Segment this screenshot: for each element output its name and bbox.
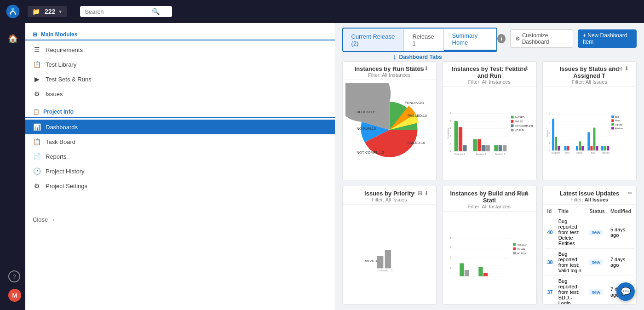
svg-text:2: 2 <box>548 142 550 144</box>
sidebar-item-requirements[interactable]: ☰ Requirements <box>25 42 335 57</box>
copy-icon-feature[interactable]: ⊞ <box>518 65 523 72</box>
svg-text:rejected: rejected <box>602 152 610 154</box>
search-input[interactable] <box>85 8 149 15</box>
svg-text:0: 0 <box>548 149 550 151</box>
svg-text:doni: doni <box>615 116 619 118</box>
card-header-feature: Instances by Test: Feature and Run Filte… <box>443 62 536 87</box>
card-filter-issues-priority: Filter: All Issues <box>364 197 414 202</box>
tab-summary-home[interactable]: Summary Home <box>444 29 497 51</box>
svg-rect-28 <box>499 145 502 151</box>
svg-rect-77 <box>611 123 614 126</box>
sidebar-item-project-settings[interactable]: ⚙ Project Settings <box>25 178 335 193</box>
svg-rect-22 <box>463 145 466 151</box>
download-icon-build[interactable]: ⬇ <box>524 190 529 196</box>
card-title-issues-priority: Issues by Priority <box>364 190 414 197</box>
requirements-icon: ☰ <box>33 46 41 53</box>
home-icon-btn[interactable]: 🏠 <box>5 30 21 47</box>
svg-text:Krishna: Krishna <box>615 127 622 130</box>
tab-current-release[interactable]: Current Release (2) <box>343 29 404 51</box>
svg-rect-100 <box>513 247 516 250</box>
svg-text:Issues: Issues <box>546 130 549 137</box>
card-icons-run-status: ✏ ⊞ ⬇ <box>411 65 429 72</box>
bar-chart-build-svg: 4 3 2 1 <box>446 213 533 303</box>
issue-id-40[interactable]: 40 <box>547 230 553 235</box>
help-icon-btn[interactable]: ? <box>8 270 20 282</box>
chat-bubble-btn[interactable]: 💬 <box>616 282 635 301</box>
download-icon[interactable]: ⬇ <box>424 65 429 72</box>
download-icon-feature[interactable]: ⬇ <box>524 65 529 72</box>
svg-rect-27 <box>494 145 498 151</box>
svg-rect-82 <box>377 256 383 268</box>
svg-rect-63 <box>596 146 598 150</box>
svg-rect-25 <box>482 145 485 151</box>
card-icons-issues-status: ✏ ⊞ ⬇ <box>611 65 629 72</box>
toolbar-right: ℹ ⚙ Customize Dashboard + New Dashboard … <box>497 28 637 48</box>
card-issues-status: Issues by Status and Assigned T Filter: … <box>542 61 637 180</box>
download-icon-issues[interactable]: ⬇ <box>624 65 629 72</box>
info-icon[interactable]: ℹ <box>497 34 505 43</box>
latest-issues-header: Latest Issue Updates Filter: All Issues … <box>543 186 637 205</box>
svg-point-1 <box>12 8 14 11</box>
edit-icon[interactable]: ✏ <box>411 65 416 72</box>
copy-icon-issues[interactable]: ⊞ <box>618 65 622 72</box>
card-icons-feature: ✏ ⊞ ⬇ <box>512 65 529 72</box>
folder-icon: 📁 <box>32 8 40 15</box>
sidebar-item-project-history[interactable]: 🕐 Project History <box>25 164 335 178</box>
svg-rect-64 <box>601 146 604 150</box>
svg-rect-23 <box>473 139 477 151</box>
svg-text:PASSED: PASSED <box>517 243 527 246</box>
edit-icon-feature[interactable]: ✏ <box>512 65 516 72</box>
issue-status-40: new <box>589 230 602 235</box>
project-info-icon: 📋 <box>33 109 40 115</box>
bar-chart-priority-svg: NO VALUE:2 1-showsto...:5 <box>346 207 433 303</box>
svg-text:1: 1 <box>450 149 451 152</box>
svg-text:3: 3 <box>450 246 451 249</box>
customize-dashboard-btn[interactable]: ⚙ Customize Dashboard <box>510 29 573 48</box>
edit-icon-priority[interactable]: ✏ <box>411 190 416 196</box>
latest-issues-edit-icon[interactable]: ✏ <box>628 190 632 196</box>
svg-rect-34 <box>511 116 514 119</box>
app-logo <box>6 4 20 19</box>
sidebar-item-dashboards[interactable]: 📊 Dashboards <box>25 120 335 134</box>
svg-text:8: 8 <box>548 113 550 115</box>
card-body-issues-priority: NO VALUE:2 1-showsto...:5 <box>343 205 437 304</box>
download-icon-priority[interactable]: ⬇ <box>424 190 429 196</box>
copy-icon[interactable]: ⊞ <box>418 65 422 72</box>
svg-rect-60 <box>587 132 590 151</box>
svg-text:NO RUN: NO RUN <box>517 252 527 254</box>
search-bar[interactable]: 🔍 <box>80 6 172 17</box>
issue-id-38[interactable]: 38 <box>547 259 553 265</box>
svg-rect-20 <box>454 121 458 151</box>
svg-text:PENDING:1: PENDING:1 <box>404 101 424 105</box>
svg-text:Haruka: Haruka <box>615 124 622 126</box>
sidebar-item-reports[interactable]: 📄 Reports <box>25 149 335 164</box>
table-row: 40 Bug reported from test: Delete Entiti… <box>545 216 635 248</box>
edit-icon-issues[interactable]: ✏ <box>611 65 616 72</box>
tab-release-1[interactable]: Release 1 <box>404 29 443 51</box>
search-icon: 🔍 <box>152 8 160 15</box>
sidebar-item-test-library[interactable]: 📋 Test Library <box>25 57 335 72</box>
card-issues-priority: Issues by Priority Filter: All Issues ✏ … <box>342 186 437 305</box>
issue-title-40: Bug reported from test: Delete Entities <box>556 216 587 248</box>
svg-rect-24 <box>477 139 481 151</box>
svg-text:2: 2 <box>450 256 451 258</box>
sidebar-item-task-board[interactable]: 📋 Task Board <box>25 134 335 149</box>
new-dashboard-item-btn[interactable]: + New Dashboard Item <box>578 29 637 48</box>
svg-text:PASSED:13: PASSED:13 <box>407 114 427 118</box>
reports-icon: 📄 <box>33 153 41 160</box>
down-arrow-icon: ↓ <box>393 53 397 61</box>
svg-rect-98 <box>513 243 516 246</box>
copy-icon-build[interactable]: ⊞ <box>518 190 523 196</box>
sidebar-item-test-sets[interactable]: ▶ Test Sets & Runs <box>25 72 335 86</box>
col-modified: Modified <box>608 207 634 216</box>
sidebar-close[interactable]: Close ← <box>25 212 335 228</box>
user-avatar[interactable]: M <box>8 289 21 302</box>
issue-id-37[interactable]: 37 <box>547 289 553 295</box>
svg-text:PASSED: PASSED <box>515 116 524 119</box>
edit-icon-build[interactable]: ✏ <box>512 190 516 196</box>
svg-rect-56 <box>567 146 569 150</box>
project-selector[interactable]: 📁 222 ▼ <box>28 6 67 17</box>
svg-text:4: 4 <box>450 127 451 130</box>
sidebar-item-issues[interactable]: ⚙ Issues <box>25 86 335 101</box>
copy-icon-priority[interactable]: ⊞ <box>418 190 422 196</box>
